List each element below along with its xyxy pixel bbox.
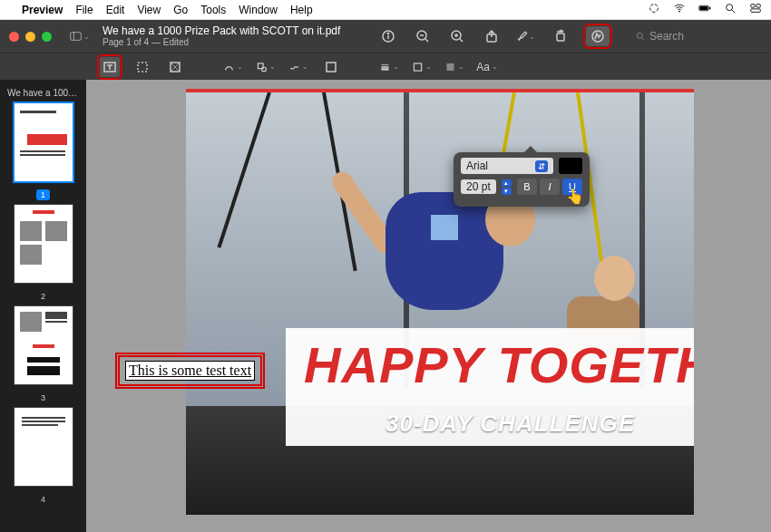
wifi-icon[interactable] [673, 2, 686, 17]
hero-photo [186, 92, 694, 515]
app-name[interactable]: Preview [22, 4, 63, 16]
sidebar-title: We have a 100… [5, 85, 81, 103]
thumbnail-page-4[interactable]: 4 [5, 408, 81, 506]
zoom-in-button[interactable] [448, 27, 466, 45]
title-bar: ⌄ We have a 1000 Prize Pack with SCOTT o… [0, 20, 771, 53]
text-selection-handle[interactable] [431, 215, 458, 240]
svg-line-26 [642, 38, 644, 40]
svg-point-25 [637, 33, 642, 38]
info-button[interactable] [379, 27, 397, 45]
thumbnail-number: 3 [36, 392, 50, 403]
search-icon[interactable] [724, 2, 737, 17]
window-controls [9, 32, 52, 42]
rotate-button[interactable] [551, 27, 570, 45]
sketch-button[interactable]: ⌄ [223, 57, 243, 77]
svg-rect-7 [751, 5, 755, 8]
annotation-textbox[interactable]: This is some test text [125, 361, 255, 381]
note-button[interactable] [321, 57, 341, 77]
battery-icon[interactable] [698, 2, 711, 17]
border-style-button[interactable]: ⌄ [379, 57, 399, 77]
menu-go[interactable]: Go [173, 4, 188, 16]
subhead-text: 30-DAY CHALLENGE [386, 410, 635, 438]
dropdown-stepper-icon: ⇵ [535, 160, 548, 172]
menu-help[interactable]: Help [290, 4, 313, 16]
svg-rect-4 [709, 7, 710, 10]
annotation-textbox-highlight: This is some test text [118, 355, 262, 386]
font-size-stepper[interactable]: ▴▾ [502, 179, 512, 195]
svg-rect-9 [751, 9, 761, 13]
menu-tools[interactable]: Tools [200, 4, 226, 16]
text-style-button[interactable]: Aa⌄ [477, 57, 497, 77]
svg-line-6 [732, 10, 736, 14]
control-center-icon[interactable] [749, 2, 762, 17]
menu-window[interactable]: Window [239, 4, 278, 16]
status-loading-icon [648, 2, 660, 17]
macos-menu-bar: Preview File Edit View Go Tools Window H… [0, 0, 771, 20]
svg-point-0 [650, 5, 659, 13]
shapes-button[interactable]: ⌄ [256, 57, 276, 77]
svg-point-33 [262, 67, 267, 72]
close-window-button[interactable] [9, 32, 19, 42]
sign-button[interactable]: ⌄ [288, 57, 308, 77]
font-family-value: Arial [466, 160, 488, 172]
text-color-swatch[interactable] [559, 158, 582, 174]
highlight-button[interactable]: ⌄ [517, 27, 535, 45]
menu-view[interactable]: View [137, 4, 161, 16]
zoom-window-button[interactable] [42, 32, 52, 42]
italic-button[interactable]: I [540, 179, 560, 195]
document-canvas[interactable]: HAPPY TOGETHER 30-DAY CHALLENGE This is … [86, 80, 771, 532]
thumbnail-page-1[interactable]: 1 [5, 103, 81, 201]
instant-alpha-button[interactable] [165, 57, 185, 77]
svg-rect-34 [327, 63, 336, 72]
svg-point-1 [678, 11, 680, 13]
svg-rect-10 [71, 33, 82, 41]
headline-text: HAPPY TOGETHER [304, 335, 694, 394]
thumbnail-sidebar: We have a 100… 1 2 [0, 80, 86, 532]
selection-tool-button[interactable] [132, 57, 152, 77]
document-page: HAPPY TOGETHER 30-DAY CHALLENGE [186, 89, 694, 515]
fill-color-button[interactable]: ⌄ [444, 57, 464, 77]
svg-rect-30 [138, 63, 147, 72]
share-button[interactable] [483, 27, 501, 45]
font-size-field[interactable]: 20 pt [461, 179, 496, 194]
text-tool-button[interactable] [100, 57, 120, 77]
font-family-dropdown[interactable]: Arial ⇵ [461, 158, 553, 174]
minimize-window-button[interactable] [25, 32, 35, 42]
text-style-popover: Arial ⇵ 20 pt ▴▾ B I U 👆 [454, 152, 590, 207]
thumbnail-number: 2 [36, 291, 50, 302]
document-subtitle: Page 1 of 4 — Edited [102, 37, 340, 47]
cursor-pointer-icon: 👆 [566, 188, 584, 205]
svg-rect-38 [414, 63, 421, 70]
menu-file[interactable]: File [75, 4, 93, 16]
svg-rect-23 [557, 34, 564, 41]
bold-button[interactable]: B [517, 179, 537, 195]
svg-line-19 [460, 39, 463, 42]
markup-toolbar-button[interactable] [586, 26, 610, 46]
thumbnail-number: 4 [36, 494, 50, 505]
preview-window: ⌄ We have a 1000 Prize Pack with SCOTT o… [0, 20, 771, 532]
thumbnail-page-2[interactable]: 2 [5, 205, 81, 303]
menu-edit[interactable]: Edit [106, 4, 125, 16]
svg-rect-8 [756, 5, 760, 8]
zoom-out-button[interactable] [414, 27, 432, 45]
markup-toolbar: ⌄ ⌄ ⌄ ⌄ ⌄ ⌄ Aa⌄ [0, 53, 771, 80]
border-color-button[interactable]: ⌄ [412, 57, 432, 77]
svg-rect-3 [699, 6, 708, 10]
thumbnail-page-3[interactable]: 3 [5, 306, 81, 404]
svg-point-5 [727, 5, 733, 11]
thumbnail-number: 1 [36, 189, 50, 200]
svg-rect-39 [446, 63, 454, 70]
svg-point-14 [387, 33, 388, 34]
search-field[interactable]: Search [635, 30, 762, 43]
search-placeholder: Search [649, 30, 684, 43]
document-title: We have a 1000 Prize Pack with SCOTT on … [102, 25, 340, 37]
sidebar-toggle-button[interactable]: ⌄ [70, 26, 90, 46]
svg-line-16 [425, 39, 428, 42]
